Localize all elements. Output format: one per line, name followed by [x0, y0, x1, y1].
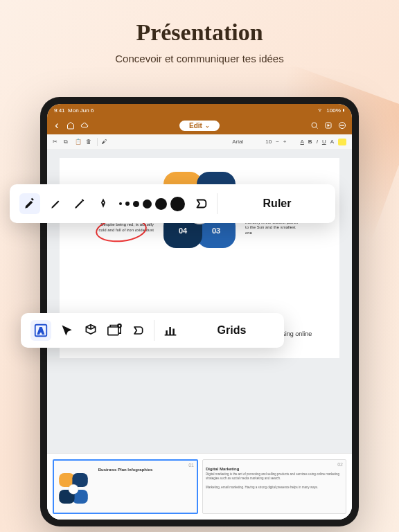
bold-button[interactable]: B [308, 139, 312, 145]
insert-toolbar: A Grids [21, 313, 284, 348]
svg-point-4 [342, 125, 342, 126]
status-time: 9:41 [54, 107, 65, 114]
svg-rect-14 [172, 329, 175, 335]
add-slide-icon[interactable] [107, 323, 122, 338]
size-minus-icon[interactable]: − [276, 139, 279, 145]
drawing-toolbar: Ruler [10, 184, 335, 223]
search-icon[interactable] [310, 121, 319, 130]
stroke-size-picker[interactable] [119, 197, 185, 211]
thumb-body: Digital marketing is the act of promotin… [206, 472, 343, 490]
cursor-icon[interactable] [60, 323, 75, 338]
svg-text:A: A [37, 326, 44, 336]
sales-body: Despite being red, is actually cold and … [98, 222, 154, 233]
play-icon[interactable] [324, 121, 332, 130]
copy-icon[interactable]: ⧉ [64, 139, 71, 145]
promo-title: Présentation [0, 19, 399, 46]
tablet-frame: 9:41 Mon Jun 6 ᯤ 100% ▮ ‹ Edit ⌄ [40, 97, 359, 526]
slide-thumbnails: 01 Business Plan Infographics 02 Digital… [47, 453, 352, 520]
thumb-number: 02 [337, 462, 343, 467]
font-size[interactable]: 10 [265, 139, 272, 145]
delete-icon[interactable]: 🗑 [86, 139, 93, 145]
highlighter-tool-icon[interactable] [19, 193, 40, 214]
svg-point-7 [103, 202, 104, 203]
size-plus-icon[interactable]: + [283, 139, 287, 145]
thumb-title: Digital Marketing [206, 467, 343, 471]
italic-button[interactable]: I [317, 139, 318, 145]
svg-rect-13 [169, 327, 171, 335]
more-icon[interactable] [338, 121, 346, 130]
svg-point-5 [343, 125, 344, 126]
ruler-label[interactable]: Ruler [229, 197, 326, 210]
fountain-pen-icon[interactable] [96, 196, 111, 211]
format-bar: ✂ ⧉ 📋 🗑 🖌 Arial 10 − + A B I U A [47, 134, 352, 150]
grids-label[interactable]: Grids [189, 324, 274, 337]
pencil-tool-icon[interactable] [72, 196, 87, 211]
chart-icon[interactable] [163, 323, 178, 338]
text-style-button[interactable]: A [330, 139, 334, 145]
thumb-title: Business Plan Infographics [57, 468, 194, 472]
status-bar: 9:41 Mon Jun 6 ᯤ 100% ▮ [47, 104, 352, 116]
cube-icon[interactable] [83, 323, 98, 338]
cut-icon[interactable]: ✂ [53, 139, 60, 145]
paste-icon[interactable]: 📋 [75, 139, 82, 145]
cloud-icon[interactable] [80, 121, 89, 130]
highlight-button[interactable] [338, 139, 346, 145]
svg-rect-12 [166, 330, 168, 335]
back-icon[interactable]: ‹ [53, 121, 61, 130]
chevron-down-icon: ⌄ [205, 123, 210, 129]
pen-tool-icon[interactable] [48, 196, 64, 211]
app-top-bar: ‹ Edit ⌄ [47, 116, 352, 134]
mode-selector[interactable]: Edit ⌄ [179, 121, 220, 131]
thumb-number: 01 [188, 463, 194, 468]
svg-rect-10 [108, 327, 118, 335]
battery-label: 100% [326, 107, 340, 114]
brush-icon[interactable]: 🖌 [102, 139, 109, 145]
font-color-icon[interactable]: A [301, 139, 304, 145]
svg-point-0 [312, 123, 317, 127]
svg-point-3 [340, 125, 341, 126]
mode-label: Edit [189, 122, 202, 130]
text-box-icon[interactable]: A [30, 320, 51, 341]
underline-button[interactable]: U [322, 139, 326, 145]
status-date: Mon Jun 6 [68, 107, 94, 114]
wifi-icon: ᯤ [318, 107, 323, 114]
font-name[interactable]: Arial [232, 139, 243, 145]
battery-icon: ▮ [342, 107, 345, 114]
promo-subtitle: Concevoir et communiquer tes idées [0, 53, 399, 64]
home-icon[interactable] [66, 121, 75, 130]
shape-tool-icon[interactable] [193, 196, 209, 211]
thumbnail-2[interactable]: 02 Digital Marketing Digital marketing i… [202, 459, 346, 514]
thumbnail-1[interactable]: 01 Business Plan Infographics [53, 459, 198, 514]
shape-play-icon[interactable] [130, 323, 145, 338]
